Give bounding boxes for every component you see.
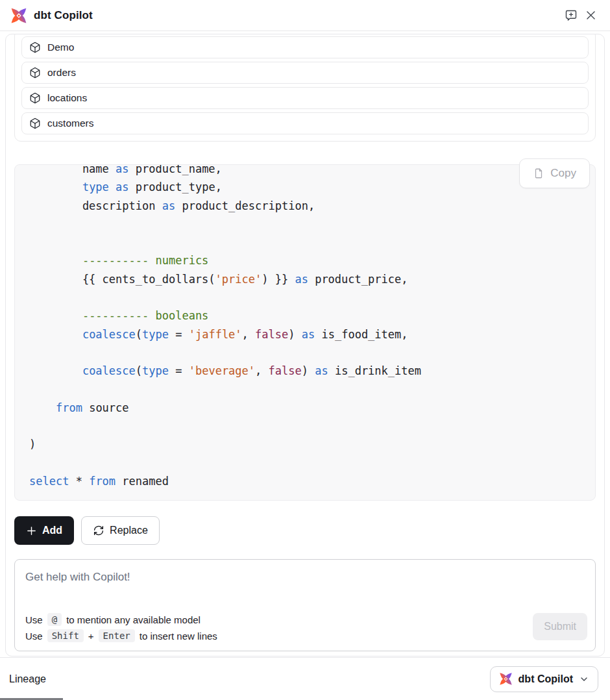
copilot-selector-label: dbt Copilot bbox=[518, 673, 573, 685]
add-button-label: Add bbox=[42, 525, 62, 536]
hint-text: to mention any available model bbox=[66, 614, 201, 625]
cube-icon bbox=[29, 118, 41, 129]
model-item-customers[interactable]: customers bbox=[21, 112, 589, 134]
prompt-hints: Use @ to mention any available model Use… bbox=[25, 613, 217, 642]
hint-text: Use bbox=[25, 614, 43, 625]
panel-title: dbt Copilot bbox=[34, 9, 93, 22]
copilot-selector-dropdown[interactable]: dbt Copilot bbox=[490, 666, 598, 692]
prompt-input[interactable]: Get help with Copilot! Use @ to mention … bbox=[14, 559, 596, 651]
cube-icon bbox=[29, 67, 41, 79]
chevron-down-icon bbox=[579, 674, 589, 684]
model-item-locations[interactable]: locations bbox=[21, 87, 589, 109]
plus-icon bbox=[26, 525, 37, 536]
model-item-label: customers bbox=[47, 118, 94, 129]
shift-key-chip: Shift bbox=[47, 629, 84, 642]
dbt-copilot-logo-icon bbox=[499, 672, 513, 686]
code-scroll-area[interactable]: name as product_name, type as product_ty… bbox=[14, 164, 596, 501]
copy-button[interactable]: Copy bbox=[519, 158, 590, 188]
close-icon[interactable] bbox=[581, 6, 600, 25]
hint-newline: Use Shift + Enter to insert new lines bbox=[25, 629, 217, 642]
hint-text: to insert new lines bbox=[140, 631, 217, 642]
tab-lineage[interactable]: Lineage bbox=[9, 673, 46, 685]
model-item-demo[interactable]: Demo bbox=[21, 36, 589, 58]
hint-text: Use bbox=[25, 631, 43, 642]
panel-header: dbt Copilot bbox=[0, 0, 610, 31]
cube-icon bbox=[29, 42, 41, 53]
hint-mention: Use @ to mention any available model bbox=[25, 613, 217, 626]
cube-icon bbox=[29, 92, 41, 104]
model-item-label: orders bbox=[47, 67, 76, 79]
at-key-chip: @ bbox=[47, 613, 62, 626]
enter-key-chip: Enter bbox=[99, 629, 135, 642]
replace-button[interactable]: Replace bbox=[81, 516, 160, 545]
model-item-label: Demo bbox=[47, 42, 74, 53]
model-list: Demo orders locations customers bbox=[14, 34, 596, 142]
replace-button-label: Replace bbox=[110, 525, 148, 536]
model-item-label: locations bbox=[47, 92, 87, 104]
code-block: name as product_name, type as product_ty… bbox=[14, 164, 596, 501]
model-item-orders[interactable]: orders bbox=[21, 62, 589, 84]
bottom-bar: Lineage dbt Copilot bbox=[0, 657, 610, 700]
copilot-panel: Demo orders locations customers name as … bbox=[5, 34, 605, 656]
copy-button-label: Copy bbox=[550, 167, 576, 180]
hint-text: + bbox=[88, 631, 94, 642]
code-content: name as product_name, type as product_ty… bbox=[29, 164, 581, 490]
prompt-placeholder: Get help with Copilot! bbox=[25, 571, 585, 584]
copy-icon bbox=[533, 168, 544, 179]
dbt-copilot-logo-icon bbox=[10, 7, 27, 24]
action-buttons: Add Replace bbox=[14, 516, 596, 545]
new-chat-icon[interactable] bbox=[562, 6, 580, 25]
refresh-icon bbox=[93, 525, 104, 536]
submit-button[interactable]: Submit bbox=[533, 613, 587, 640]
add-button[interactable]: Add bbox=[14, 516, 74, 545]
